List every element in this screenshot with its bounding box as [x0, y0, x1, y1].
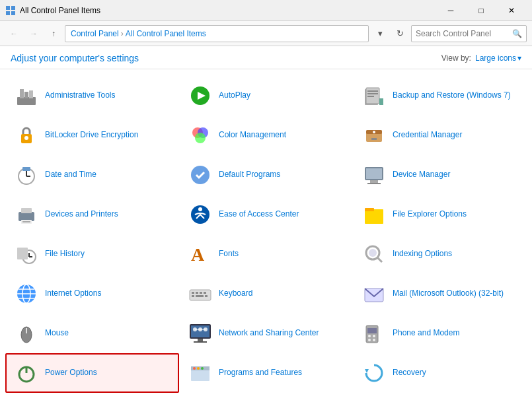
- svg-point-84: [193, 367, 196, 370]
- indexing-options-label[interactable]: Indexing Options: [393, 249, 452, 259]
- svg-rect-75: [367, 328, 377, 333]
- phone-modem-label[interactable]: Phone and Modem: [393, 328, 459, 339]
- control-item-color-management[interactable]: Color Management: [179, 116, 353, 155]
- control-item-region[interactable]: Region: [5, 393, 179, 403]
- indexing-options-icon: [361, 241, 387, 267]
- control-item-recovery[interactable]: Recovery: [353, 353, 527, 393]
- fonts-label[interactable]: Fonts: [219, 249, 239, 259]
- search-input[interactable]: [416, 29, 512, 38]
- credential-manager-label[interactable]: Credential Manager: [393, 130, 462, 141]
- svg-point-79: [373, 339, 375, 341]
- security-maintenance-icon: [361, 399, 387, 403]
- svg-rect-60: [196, 295, 204, 297]
- autoplay-icon: [187, 83, 213, 109]
- ease-of-access-icon: [187, 201, 213, 228]
- control-item-credential-manager[interactable]: Credential Manager: [353, 116, 527, 155]
- forward-button[interactable]: →: [25, 25, 42, 42]
- svg-point-38: [198, 207, 202, 211]
- control-item-file-history[interactable]: File History: [5, 234, 179, 274]
- svg-rect-61: [205, 295, 208, 297]
- mail-label[interactable]: Mail (Microsoft Outlook) (32-bit): [393, 289, 504, 299]
- control-item-autoplay[interactable]: AutoPlay: [179, 76, 353, 116]
- credential-manager-icon: [361, 122, 387, 149]
- control-item-administrative-tools[interactable]: Administrative Tools: [5, 76, 179, 116]
- control-item-devices-printers[interactable]: Devices and Printers: [5, 195, 179, 234]
- programs-features-label[interactable]: Programs and Features: [219, 368, 302, 378]
- date-time-label[interactable]: Date and Time: [45, 170, 96, 180]
- svg-rect-1: [11, 6, 15, 10]
- control-item-ease-of-access[interactable]: Ease of Access Center: [179, 195, 353, 234]
- control-item-indexing-options[interactable]: Indexing Options: [353, 234, 527, 274]
- content-header: Adjust your computer's settings View by:…: [0, 46, 532, 69]
- back-button[interactable]: ←: [5, 25, 22, 42]
- internet-options-label[interactable]: Internet Options: [45, 289, 101, 299]
- control-item-keyboard[interactable]: Keyboard: [179, 274, 353, 314]
- control-item-network-sharing[interactable]: Network and Sharing Center: [179, 314, 353, 353]
- ease-of-access-label[interactable]: Ease of Access Center: [219, 209, 299, 220]
- autoplay-label[interactable]: AutoPlay: [219, 90, 250, 101]
- remoteapp-label[interactable]: RemoteApp and Desktop Connections: [219, 402, 345, 403]
- svg-rect-5: [20, 89, 24, 98]
- control-item-mouse[interactable]: Mouse: [5, 314, 179, 353]
- svg-rect-33: [19, 212, 34, 221]
- up-button[interactable]: ↑: [45, 25, 62, 42]
- address-dropdown-button[interactable]: ▾: [371, 25, 389, 42]
- svg-rect-31: [370, 180, 378, 183]
- title-bar: All Control Panel Items ─ □ ✕: [0, 0, 532, 21]
- control-item-remoteapp[interactable]: RemoteApp and Desktop Connections: [179, 393, 353, 403]
- recovery-label[interactable]: Recovery: [393, 368, 426, 378]
- search-icon[interactable]: 🔍: [512, 29, 522, 38]
- region-icon: [13, 399, 40, 403]
- bitlocker-label[interactable]: BitLocker Drive Encryption: [45, 130, 138, 141]
- close-button[interactable]: ✕: [496, 0, 527, 21]
- backup-restore-label[interactable]: Backup and Restore (Windows 7): [393, 90, 511, 101]
- svg-rect-2: [6, 11, 10, 15]
- view-by-control: View by: Large icons ▾: [441, 53, 521, 63]
- minimize-button[interactable]: ─: [436, 0, 466, 21]
- svg-rect-56: [196, 292, 198, 294]
- control-item-date-time[interactable]: Date and Time: [5, 155, 179, 195]
- power-options-label[interactable]: Power Options: [45, 368, 97, 378]
- breadcrumb-control-panel[interactable]: Control Panel: [71, 29, 119, 38]
- mail-icon: [361, 281, 387, 307]
- control-item-device-manager[interactable]: Device Manager: [353, 155, 527, 195]
- svg-rect-7: [29, 90, 33, 98]
- control-item-fonts[interactable]: AFonts: [179, 234, 353, 274]
- control-item-programs-features[interactable]: Programs and Features: [179, 353, 353, 393]
- administrative-tools-icon: [13, 83, 40, 109]
- file-history-label[interactable]: File History: [45, 249, 85, 259]
- control-item-backup-restore[interactable]: Backup and Restore (Windows 7): [353, 76, 527, 116]
- device-manager-label[interactable]: Device Manager: [393, 170, 450, 180]
- view-by-label: View by:: [441, 53, 471, 63]
- breadcrumb: Control Panel › All Control Panel Items: [65, 25, 369, 42]
- svg-point-77: [373, 335, 375, 337]
- control-item-power-options[interactable]: Power Options: [5, 353, 179, 393]
- refresh-button[interactable]: ↻: [391, 25, 408, 42]
- control-item-mail[interactable]: Mail (Microsoft Outlook) (32-bit): [353, 274, 527, 314]
- breadcrumb-all-items[interactable]: All Control Panel Items: [126, 29, 206, 38]
- control-item-phone-modem[interactable]: Phone and Modem: [353, 314, 527, 353]
- control-item-bitlocker[interactable]: BitLocker Drive Encryption: [5, 116, 179, 155]
- mouse-label[interactable]: Mouse: [45, 328, 69, 339]
- svg-point-85: [197, 367, 200, 370]
- default-programs-label[interactable]: Default Programs: [219, 170, 280, 180]
- svg-rect-67: [198, 339, 203, 341]
- view-by-button[interactable]: Large icons ▾: [475, 53, 521, 63]
- devices-printers-label[interactable]: Devices and Printers: [45, 209, 118, 220]
- control-item-internet-options[interactable]: Internet Options: [5, 274, 179, 314]
- keyboard-label[interactable]: Keyboard: [219, 289, 252, 299]
- svg-point-16: [24, 136, 28, 140]
- maximize-button[interactable]: □: [466, 0, 496, 21]
- svg-rect-32: [367, 183, 381, 184]
- administrative-tools-label[interactable]: Administrative Tools: [45, 90, 116, 101]
- control-item-default-programs[interactable]: Default Programs: [179, 155, 353, 195]
- window-title: All Control Panel Items: [20, 6, 436, 15]
- control-item-security-maintenance[interactable]: Security and Maintenance: [353, 393, 527, 403]
- file-explorer-options-label[interactable]: File Explorer Options: [393, 209, 467, 220]
- network-sharing-label[interactable]: Network and Sharing Center: [219, 328, 319, 339]
- svg-point-22: [373, 131, 375, 133]
- control-item-file-explorer-options[interactable]: File Explorer Options: [353, 195, 527, 234]
- svg-point-78: [368, 339, 371, 341]
- color-management-label[interactable]: Color Management: [219, 130, 286, 141]
- phone-modem-icon: [361, 320, 387, 347]
